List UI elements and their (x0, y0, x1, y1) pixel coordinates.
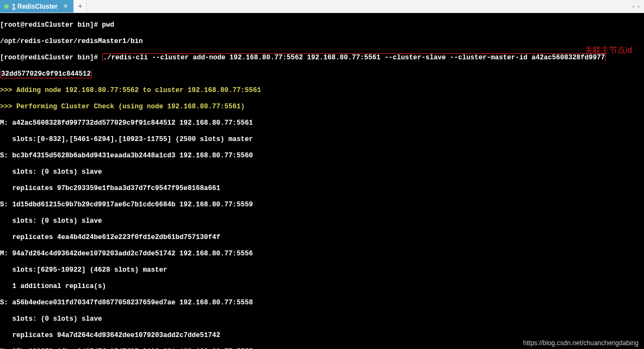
chevron-left-icon[interactable]: ◂ (631, 3, 635, 10)
tab-label: 1 RedisCluster (12, 3, 58, 10)
output-line: replicates 4ea4b4d24be612e223f0fd1e2db61… (0, 234, 644, 242)
tab-rediscluster[interactable]: 1 RedisCluster ✕ (0, 0, 73, 13)
status-dot-icon (4, 4, 9, 9)
output-line: 1 additional replica(s) (0, 283, 644, 291)
tab-nav-arrows: ◂ ▸ (631, 0, 644, 13)
highlighted-command: ./redis-cli --cluster add-node 192.168.8… (102, 53, 606, 62)
tab-bar: 1 RedisCluster ✕ + ◂ ▸ (0, 0, 644, 13)
highlighted-command-cont: 32dd577029c9f91c844512 (0, 70, 92, 78)
close-icon[interactable]: ✕ (63, 3, 68, 10)
output-line: slots: (0 slots) slave (0, 217, 644, 225)
cmd-pwd: pwd (102, 21, 115, 29)
output-line: S: bc3bf4315d5628b6ab4d9431eaada3b2448a1… (0, 152, 644, 160)
shell-prompt: [root@redisCluster bin]# (0, 21, 102, 29)
output-line: M: a42ac5608328fd997732dd577029c9f91c844… (0, 119, 644, 127)
output-line: slots:[0-832],[5461-6294],[10923-11755] … (0, 136, 644, 144)
add-tab-button[interactable]: + (75, 0, 86, 13)
chevron-right-icon[interactable]: ▸ (637, 3, 641, 10)
output-line: slots:[6295-10922] (4628 slots) master (0, 266, 644, 274)
output-line: slots: (0 slots) slave (0, 168, 644, 176)
output-adding-node: >>> Adding node 192.168.80.77:5562 to cl… (0, 87, 644, 95)
shell-prompt: [root@redisCluster bin]# (0, 54, 102, 62)
output-path: /opt/redis-cluster/redisMaster1/bin (0, 38, 644, 46)
terminal-output[interactable]: [root@redisCluster bin]# pwd /opt/redis-… (0, 13, 644, 349)
output-line: S: a56b4edece031fd70347fd8677058237659ed… (0, 299, 644, 307)
output-line: S: 1d15dbd61215c9b7b29cd9917ae6c7b1cdc66… (0, 201, 644, 209)
output-line: slots: (0 slots) slave (0, 315, 644, 323)
output-line: replicates 94a7d264c4d93642dee1079203add… (0, 332, 644, 340)
output-performing-check: >>> Performing Cluster Check (using node… (0, 103, 644, 111)
output-line: replicates 97bc293359e1fbaa3d37d7fc9547f… (0, 185, 644, 193)
watermark: https://blog.csdn.net/chuanchengdabing (523, 339, 639, 347)
output-line: M: 94a7d264c4d93642dee1079203add2c7dde51… (0, 250, 644, 258)
annotation-master-id: 关联主节点id (585, 46, 632, 54)
